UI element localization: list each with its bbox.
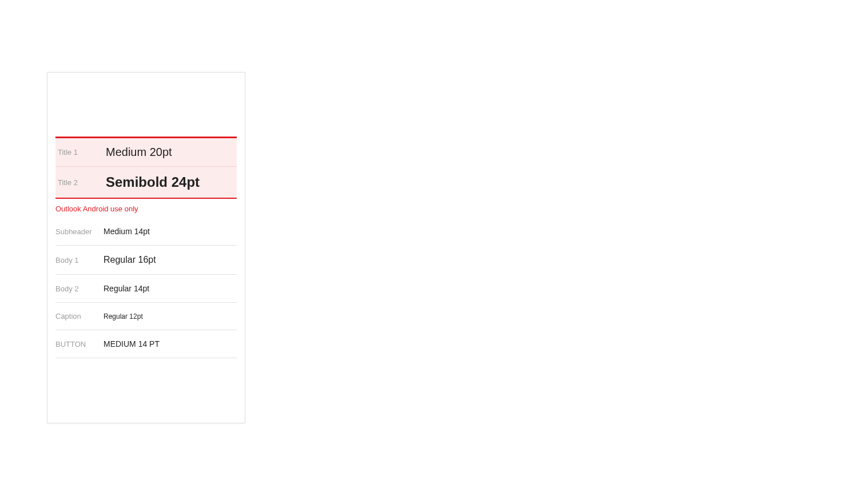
type-value: Regular 14pt [103, 284, 149, 293]
type-label: Body 2 [55, 284, 103, 293]
type-label: BUTTON [55, 340, 103, 348]
type-label: Subheader [55, 227, 103, 236]
type-value: Regular 16pt [103, 255, 156, 265]
type-label: Body 1 [55, 256, 103, 264]
type-value: MEDIUM 14 PT [103, 339, 160, 348]
type-value: Semibold 24pt [106, 174, 200, 190]
type-row-body1: Body 1 Regular 16pt [55, 246, 237, 275]
standard-rows: Subheader Medium 14pt Body 1 Regular 16p… [55, 218, 237, 358]
type-row-title2: Title 2 Semibold 24pt [55, 167, 237, 198]
type-value: Medium 14pt [103, 227, 150, 236]
highlight-annotation: Outlook Android use only [47, 199, 245, 218]
card-content: Title 1 Medium 20pt Title 2 Semibold 24p… [47, 73, 245, 358]
type-row-button: BUTTON MEDIUM 14 PT [55, 330, 237, 358]
typography-spec-card: Title 1 Medium 20pt Title 2 Semibold 24p… [47, 72, 245, 423]
type-label: Title 1 [58, 148, 106, 157]
type-value: Regular 12pt [103, 312, 143, 320]
type-row-body2: Body 2 Regular 14pt [55, 275, 237, 303]
type-row-subheader: Subheader Medium 14pt [55, 218, 237, 246]
type-label: Caption [55, 312, 103, 320]
highlighted-section: Title 1 Medium 20pt Title 2 Semibold 24p… [55, 137, 237, 199]
type-label: Title 2 [58, 178, 106, 187]
type-value: Medium 20pt [106, 146, 172, 159]
type-row-title1: Title 1 Medium 20pt [55, 138, 237, 167]
type-row-caption: Caption Regular 12pt [55, 303, 237, 330]
